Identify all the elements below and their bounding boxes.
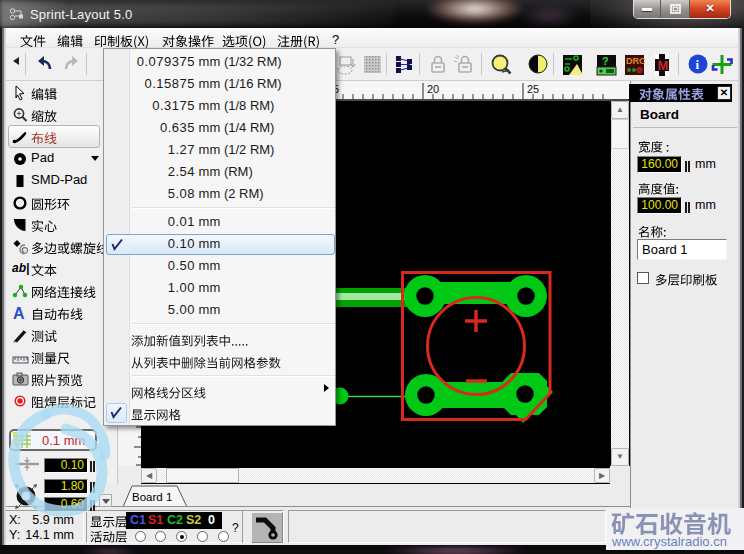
svg-text:25: 25 xyxy=(527,83,539,95)
svg-text:A: A xyxy=(13,305,25,321)
svg-text:20: 20 xyxy=(427,83,439,95)
svg-text:Board 1: Board 1 xyxy=(132,491,172,503)
